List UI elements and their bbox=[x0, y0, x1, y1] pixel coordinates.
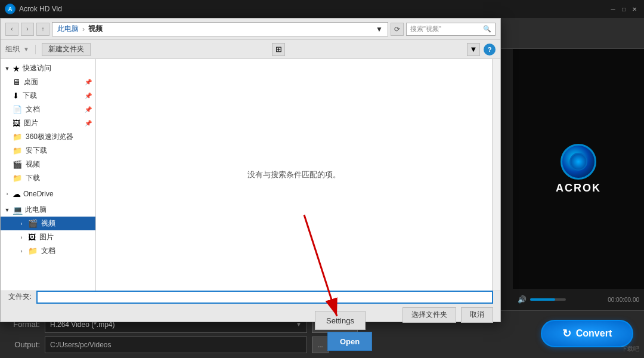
sidebar-item-andownload[interactable]: 📁 安下载 bbox=[1, 144, 95, 158]
preview-time: 00:00:00.00 bbox=[608, 297, 639, 303]
onedrive-label: OneDrive bbox=[23, 190, 54, 198]
videos-quick-icon: 🎬 bbox=[13, 160, 22, 169]
sidebar-pics-label: 图片 bbox=[24, 118, 38, 128]
view-button[interactable]: ⊞ bbox=[272, 43, 285, 56]
output-path-text: C:/Users/pc/Videos bbox=[50, 341, 112, 349]
settings-overlay-label: Settings bbox=[326, 316, 354, 325]
sidebar-item-docs[interactable]: 📄 文档 📌 bbox=[1, 103, 95, 116]
volume-bar[interactable] bbox=[530, 298, 566, 301]
quick-access-label: 快速访问 bbox=[23, 63, 51, 73]
onedrive-header[interactable]: › ☁ OneDrive bbox=[1, 187, 95, 200]
footer-filename-row: 文件夹: bbox=[8, 291, 493, 304]
sidebar-item-desktop[interactable]: 🖥 桌面 📌 bbox=[1, 75, 95, 89]
sidebar-item-downloads2[interactable]: 📁 下载 bbox=[1, 171, 95, 185]
this-pc-label: 此电脑 bbox=[25, 205, 47, 215]
view-options-button[interactable]: ▼ bbox=[467, 43, 480, 56]
sidebar-item-360[interactable]: 📁 360极速浏览器 bbox=[1, 130, 95, 144]
acrok-logo-inner bbox=[569, 153, 587, 171]
this-pc-section: ▼ 💻 此电脑 › 🎬 视频 › 🖼 图片 › bbox=[1, 203, 95, 258]
quick-access-icon: ★ bbox=[13, 64, 20, 73]
help-button[interactable]: ? bbox=[484, 44, 496, 55]
videos-expand-icon: › bbox=[18, 221, 24, 227]
cancel-button[interactable]: 取消 bbox=[461, 307, 493, 323]
expand-icon: ▼ bbox=[4, 66, 10, 72]
sidebar-item-pics[interactable]: 🖼 图片 📌 bbox=[1, 116, 95, 130]
sidebar-item-videos-quick[interactable]: 🎬 视频 bbox=[1, 158, 95, 171]
quick-access-section: ▼ ★ 快速访问 🖥 桌面 📌 ⬇ 下载 📌 bbox=[1, 61, 95, 185]
preview-area: ACROK bbox=[513, 49, 644, 289]
title-bar: A Acrok HD Vid ─ □ ✕ bbox=[0, 0, 644, 18]
settings-overlay-button[interactable]: Settings bbox=[315, 311, 366, 330]
minimize-button[interactable]: ─ bbox=[608, 4, 618, 14]
path-expand-icon: ▼ bbox=[376, 25, 383, 33]
view-icon: ⊞ bbox=[275, 45, 282, 54]
dialog-footer: 文件夹: 选择文件夹 取消 bbox=[1, 291, 500, 322]
footer-buttons-row: 选择文件夹 取消 bbox=[8, 307, 493, 323]
search-box[interactable]: 搜索"视频" 🔍 bbox=[406, 23, 496, 36]
sidebar-item-docs-pc[interactable]: › 📁 文档 bbox=[1, 244, 95, 258]
organize-label: 组织 bbox=[5, 44, 20, 54]
this-pc-header[interactable]: ▼ 💻 此电脑 bbox=[1, 203, 95, 217]
forward-button[interactable]: › bbox=[21, 23, 34, 36]
title-bar-left: A Acrok HD Vid bbox=[5, 4, 62, 14]
preview-controls: 🔊 00:00:00.00 bbox=[513, 289, 644, 310]
view-options-icon: ▼ bbox=[470, 45, 478, 54]
convert-button[interactable]: ↻ Convert bbox=[541, 320, 633, 347]
pin-icon-desktop: 📌 bbox=[85, 79, 92, 85]
onedrive-expand-icon: › bbox=[4, 191, 10, 197]
dialog-sidebar: ▼ ★ 快速访问 🖥 桌面 📌 ⬇ 下载 📌 bbox=[1, 59, 96, 291]
select-folder-button[interactable]: 选择文件夹 bbox=[402, 307, 456, 323]
sidebar-videos-quick-label: 视频 bbox=[26, 159, 40, 169]
sidebar-andownload-label: 安下载 bbox=[26, 146, 47, 156]
file-dialog: ‹ › ↑ 此电脑 › 视频 ▼ ⟳ 搜索"视频" 🔍 组织 ▼ 新建文件夹 ⊞ bbox=[0, 18, 501, 322]
sidebar-videos-pc-label: 视频 bbox=[41, 218, 55, 229]
docs-pc-icon: 📁 bbox=[28, 246, 38, 255]
filename-label: 文件夹: bbox=[8, 292, 32, 302]
pics-expand-icon: › bbox=[18, 234, 24, 240]
360-icon: 📁 bbox=[13, 132, 22, 141]
open-button[interactable]: Open bbox=[327, 332, 372, 351]
path-sep-1: › bbox=[82, 25, 85, 33]
output-path-box: C:/Users/pc/Videos bbox=[45, 337, 307, 353]
pin-icon-download: 📌 bbox=[85, 92, 92, 99]
acrok-logo-text: ACROK bbox=[556, 182, 601, 195]
sidebar-item-videos-pc[interactable]: › 🎬 视频 bbox=[1, 217, 95, 230]
path-pc[interactable]: 此电脑 bbox=[57, 24, 79, 34]
organize-arrow: ▼ bbox=[23, 46, 29, 53]
refresh-button[interactable]: ⟳ bbox=[391, 23, 404, 36]
path-bar: 此电脑 › 视频 ▼ bbox=[52, 22, 388, 36]
path-videos[interactable]: 视频 bbox=[88, 24, 103, 34]
docs-expand-icon: › bbox=[18, 248, 24, 254]
videos-pc-icon: 🎬 bbox=[28, 219, 38, 228]
convert-label: Convert bbox=[576, 328, 612, 339]
new-folder-button[interactable]: 新建文件夹 bbox=[42, 43, 91, 56]
up-button[interactable]: ↑ bbox=[36, 23, 49, 36]
sidebar-item-pics-pc[interactable]: › 🖼 图片 bbox=[1, 230, 95, 244]
onedrive-icon: ☁ bbox=[13, 189, 21, 199]
convert-icon: ↻ bbox=[562, 327, 571, 340]
dialog-scrollbar[interactable] bbox=[492, 59, 500, 291]
andownload-icon: 📁 bbox=[13, 146, 22, 155]
pin-icon-pics: 📌 bbox=[85, 120, 92, 126]
sidebar-item-download[interactable]: ⬇ 下载 📌 bbox=[1, 89, 95, 103]
search-placeholder: 搜索"视频" bbox=[410, 24, 441, 33]
right-panel: ACROK 🔊 00:00:00.00 bbox=[513, 49, 644, 310]
quick-access-header[interactable]: ▼ ★ 快速访问 bbox=[1, 61, 95, 75]
watermark: 下载吧 bbox=[621, 345, 639, 353]
close-button[interactable]: ✕ bbox=[630, 4, 639, 14]
filename-input[interactable] bbox=[36, 291, 493, 304]
sidebar-download-label: 下载 bbox=[23, 91, 37, 101]
app-title: Acrok HD Vid bbox=[19, 5, 62, 13]
browse-button[interactable]: ... bbox=[312, 337, 329, 353]
this-pc-expand-icon: ▼ bbox=[4, 207, 10, 213]
output-label: Output: bbox=[7, 340, 40, 349]
open-overlay-button[interactable]: Open bbox=[327, 332, 372, 351]
sidebar-desktop-label: 桌面 bbox=[24, 77, 38, 87]
sidebar-docs-label: 文档 bbox=[26, 104, 40, 115]
volume-fill bbox=[530, 298, 555, 301]
restore-button[interactable]: □ bbox=[619, 4, 628, 14]
back-button[interactable]: ‹ bbox=[5, 23, 18, 36]
no-results-text: 没有与搜索条件匹配的项。 bbox=[247, 169, 340, 180]
this-pc-icon: 💻 bbox=[13, 205, 23, 215]
dialog-overlay: ‹ › ↑ 此电脑 › 视频 ▼ ⟳ 搜索"视频" 🔍 组织 ▼ 新建文件夹 ⊞ bbox=[0, 18, 501, 322]
